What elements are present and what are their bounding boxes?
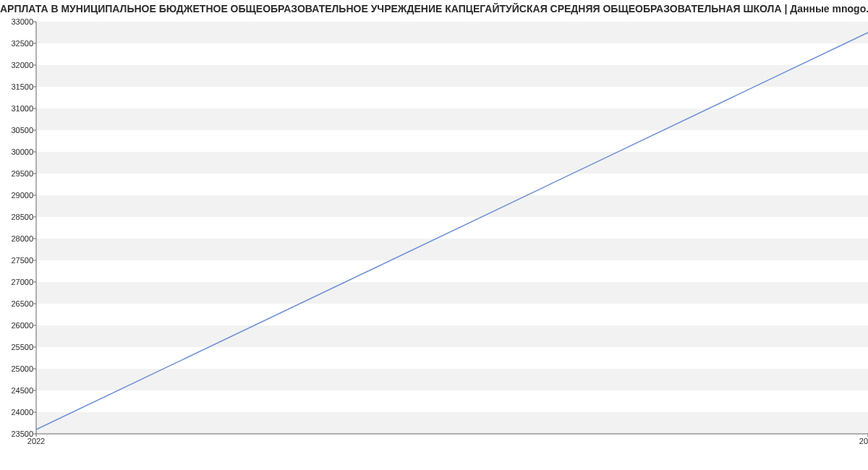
chart-plot-area [36,22,868,434]
y-tick-label: 28000 [1,234,33,243]
grid-band [36,22,868,43]
y-tick-label: 30000 [1,148,33,156]
y-tick-label: 32000 [1,61,33,69]
grid-band [36,239,868,260]
y-tick-label: 33000 [1,17,33,26]
y-tick-label: 26500 [1,299,33,308]
y-tick-label: 26000 [1,321,33,330]
y-tick-label: 28500 [1,213,33,221]
grid-band [36,282,868,304]
chart-svg [36,22,868,434]
grid-band [36,325,868,347]
y-tick-label: 29000 [1,191,33,200]
y-tick-label: 27000 [1,278,33,286]
y-tick-label: 30500 [1,126,33,134]
grid-band [36,369,868,390]
y-tick-label: 27500 [1,256,33,265]
grid-band [36,152,868,174]
y-tick-label: 31000 [1,104,33,113]
y-tick-label: 24000 [1,408,33,416]
grid-band [36,412,868,434]
y-tick-label: 24500 [1,386,33,395]
y-tick-label: 25000 [1,364,33,373]
y-tick-label: 32500 [1,39,33,48]
grid-band [36,65,868,87]
grid-band [36,195,868,217]
grid-band [36,108,868,130]
y-tick-label: 25500 [1,343,33,351]
y-tick-label: 31500 [1,82,33,91]
y-tick-label: 29500 [1,169,33,178]
x-tick-label: 2024 [859,437,868,445]
chart-title: АРПЛАТА В МУНИЦИПАЛЬНОЕ БЮДЖЕТНОЕ ОБЩЕОБ… [0,3,868,14]
x-tick-label: 2022 [27,437,45,445]
